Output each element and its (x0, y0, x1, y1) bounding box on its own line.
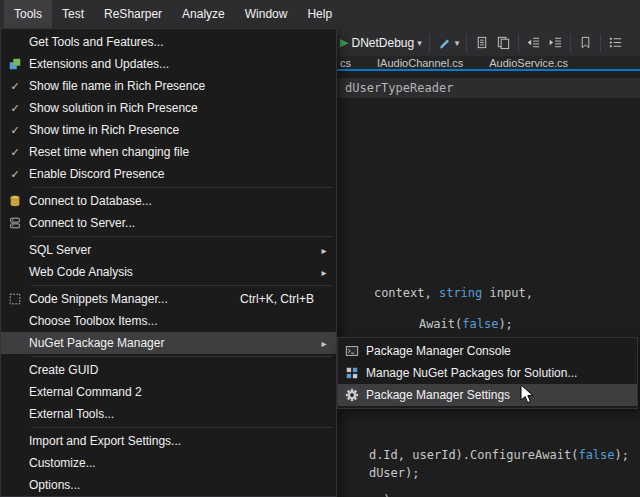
check-icon: ✓ (1, 103, 29, 114)
task-list-icon (608, 35, 623, 50)
document-icon (474, 35, 489, 50)
menu-item-show-time-rich-presence[interactable]: ✓ Show time in Rich Presence (1, 119, 336, 141)
menu-item-customize[interactable]: Customize... (1, 452, 336, 474)
menu-item-options[interactable]: Options... (1, 474, 336, 496)
menu-item-sql-server[interactable]: SQL Server ▸ (1, 239, 336, 261)
peek-header-text: dUserTypeReader (345, 81, 453, 95)
menu-item-web-code-analysis[interactable]: Web Code Analysis ▸ (1, 261, 336, 283)
pencil-icon (437, 35, 452, 50)
menu-item-extensions-and-updates[interactable]: Extensions and Updates... (1, 53, 336, 75)
menubar-item-help[interactable]: Help (297, 0, 342, 28)
nuget-submenu: Package Manager Console Manage NuGet Pac… (337, 337, 638, 409)
toolbar-separator (429, 34, 430, 52)
start-debug-button[interactable]: ▶ DNetDebug ▾ (340, 36, 422, 50)
menubar: Tools Test ReSharper Analyze Window Help (0, 0, 640, 28)
toolbar-separator (518, 34, 519, 52)
tab-partial[interactable]: cs (340, 57, 351, 69)
vs-window: Tools Test ReSharper Analyze Window Help… (0, 0, 640, 497)
menu-item-import-export-settings[interactable]: Import and Export Settings... (1, 430, 336, 452)
indent-decrease-button[interactable] (526, 35, 541, 50)
menu-item-get-tools-and-features[interactable]: Get Tools and Features... (1, 31, 336, 53)
menu-separator (31, 187, 332, 188)
toolbar-separator (466, 34, 467, 52)
menu-separator (31, 427, 332, 428)
menubar-item-tools[interactable]: Tools (4, 0, 52, 28)
menu-item-reset-time-when-changing-file[interactable]: ✓ Reset time when changing file (1, 141, 336, 163)
menu-separator (31, 356, 332, 357)
tab-iaudiochannel[interactable]: IAudioChannel.cs (377, 57, 463, 69)
start-debug-icon: ▶ (340, 36, 348, 49)
menu-item-manage-nuget-packages-solution[interactable]: Manage NuGet Packages for Solution... (338, 362, 637, 384)
menu-item-connect-to-server[interactable]: Connect to Server... (1, 212, 336, 234)
gear-icon (345, 388, 359, 402)
submenu-arrow-icon: ▸ (316, 338, 332, 349)
bookmark-icon (578, 35, 593, 50)
bookmark-button[interactable] (578, 35, 593, 50)
menu-item-create-guid[interactable]: Create GUID (1, 359, 336, 381)
menu-item-connect-to-database[interactable]: Connect to Database... (1, 190, 336, 212)
indent-decrease-icon (526, 35, 541, 50)
toolbar-separator (570, 34, 571, 52)
menu-item-show-file-name-rich-presence[interactable]: ✓ Show file name in Rich Presence (1, 75, 336, 97)
submenu-arrow-icon: ▸ (316, 245, 332, 256)
document-button[interactable] (474, 35, 489, 50)
menubar-item-test[interactable]: Test (52, 0, 94, 28)
submenu-arrow-icon: ▸ (316, 267, 332, 278)
pencil-button[interactable]: ▾ (437, 35, 460, 50)
extensions-icon (8, 57, 22, 71)
check-icon: ✓ (1, 125, 29, 136)
debug-target-label: DNetDebug (351, 36, 414, 50)
menu-item-package-manager-console[interactable]: Package Manager Console (338, 340, 637, 362)
shortcut-label: Ctrl+K, Ctrl+B (240, 292, 332, 306)
menu-item-nuget-package-manager[interactable]: NuGet Package Manager ▸ (1, 332, 336, 354)
menubar-item-resharper[interactable]: ReSharper (94, 0, 172, 28)
check-icon: ✓ (1, 147, 29, 158)
menubar-item-analyze[interactable]: Analyze (172, 0, 235, 28)
code-line: se); (340, 479, 398, 497)
dropdown-caret-icon: ▾ (455, 38, 460, 48)
menu-item-external-tools[interactable]: External Tools... (1, 403, 336, 425)
dropdown-caret-icon: ▾ (417, 38, 422, 48)
task-list-button[interactable] (608, 35, 623, 50)
menu-item-enable-discord-presence[interactable]: ✓ Enable Discord Presence (1, 163, 336, 185)
check-icon: ✓ (1, 81, 29, 92)
menu-item-package-manager-settings[interactable]: Package Manager Settings (338, 384, 637, 406)
snippets-icon (8, 292, 22, 306)
menu-item-choose-toolbox-items[interactable]: Choose Toolbox Items... (1, 310, 336, 332)
database-icon (8, 194, 22, 208)
menu-separator (31, 236, 332, 237)
console-icon (345, 344, 359, 358)
server-icon (8, 216, 22, 230)
manage-packages-icon (345, 366, 359, 380)
menu-item-code-snippets-manager[interactable]: Code Snippets Manager... Ctrl+K, Ctrl+B (1, 288, 336, 310)
copy-button[interactable] (496, 35, 511, 50)
menubar-item-window[interactable]: Window (235, 0, 298, 28)
menu-separator (31, 285, 332, 286)
menu-item-external-command-2[interactable]: External Command 2 (1, 381, 336, 403)
indent-increase-icon (548, 35, 563, 50)
indent-increase-button[interactable] (548, 35, 563, 50)
menu-item-show-solution-rich-presence[interactable]: ✓ Show solution in Rich Presence (1, 97, 336, 119)
tools-menu: Get Tools and Features... Extensions and… (0, 28, 337, 497)
copy-icon (496, 35, 511, 50)
check-icon: ✓ (1, 169, 29, 180)
toolbar-separator (600, 34, 601, 52)
tab-audioservice[interactable]: AudioService.cs (489, 57, 568, 69)
